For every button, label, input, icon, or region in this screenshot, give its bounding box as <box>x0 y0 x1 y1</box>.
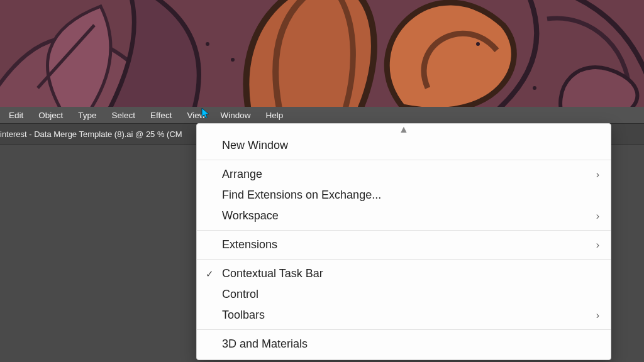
dropdown-separator <box>197 160 611 160</box>
menu-item-label: Control <box>222 288 599 301</box>
menu-item-label: Contextual Task Bar <box>222 267 599 280</box>
menu-window[interactable]: Window <box>213 108 258 123</box>
menu-item-extensions[interactable]: Extensions› <box>197 234 611 255</box>
dropdown-scroll-up-icon[interactable]: ▲ <box>197 124 611 135</box>
chevron-right-icon: › <box>596 239 599 251</box>
menu-item-label: New Window <box>222 139 599 152</box>
menu-item-arrange[interactable]: Arrange› <box>197 164 611 185</box>
dropdown-separator <box>197 329 611 330</box>
menu-item-label: 3D and Materials <box>222 337 599 351</box>
menu-item-control[interactable]: Control <box>197 284 611 305</box>
menu-item-label: Workspace <box>222 209 596 222</box>
canvas-artwork <box>0 0 644 107</box>
menu-help[interactable]: Help <box>258 108 291 123</box>
menu-edit[interactable]: Edit <box>1 108 31 123</box>
dropdown-separator <box>197 259 611 260</box>
chevron-right-icon: › <box>596 310 599 321</box>
chevron-right-icon: › <box>596 169 599 180</box>
chevron-right-icon: › <box>596 211 599 222</box>
svg-point-2 <box>231 58 235 62</box>
document-tab[interactable]: interest - Data Merge Template (8).ai @ … <box>0 129 189 139</box>
menu-item-3d-and-materials[interactable]: 3D and Materials <box>197 334 611 354</box>
menu-item-toolbars[interactable]: Toolbars› <box>197 305 611 326</box>
check-icon: ✓ <box>206 268 214 280</box>
menu-view[interactable]: View <box>179 108 213 123</box>
menu-effect[interactable]: Effect <box>143 108 179 123</box>
menu-item-contextual-task-bar[interactable]: ✓Contextual Task Bar <box>197 263 611 284</box>
menu-select[interactable]: Select <box>104 108 143 123</box>
menu-item-label: Extensions <box>222 238 596 251</box>
menu-item-find-extensions-on-exchange[interactable]: Find Extensions on Exchange... <box>197 185 611 206</box>
svg-point-3 <box>476 42 480 46</box>
menu-item-label: Find Extensions on Exchange... <box>222 189 599 202</box>
menu-item-label: Arrange <box>222 168 596 181</box>
dropdown-separator <box>197 230 611 231</box>
menu-type[interactable]: Type <box>70 108 104 123</box>
window-menu-dropdown: ▲ New WindowArrange›Find Extensions on E… <box>196 123 611 360</box>
menu-item-workspace[interactable]: Workspace› <box>197 206 611 226</box>
menu-item-label: Toolbars <box>222 309 596 322</box>
menubar: Edit Object Type Select Effect View Wind… <box>0 107 644 123</box>
svg-point-4 <box>533 86 536 90</box>
menu-object[interactable]: Object <box>31 108 70 123</box>
svg-point-1 <box>206 42 209 46</box>
menu-item-new-window[interactable]: New Window <box>197 135 611 156</box>
